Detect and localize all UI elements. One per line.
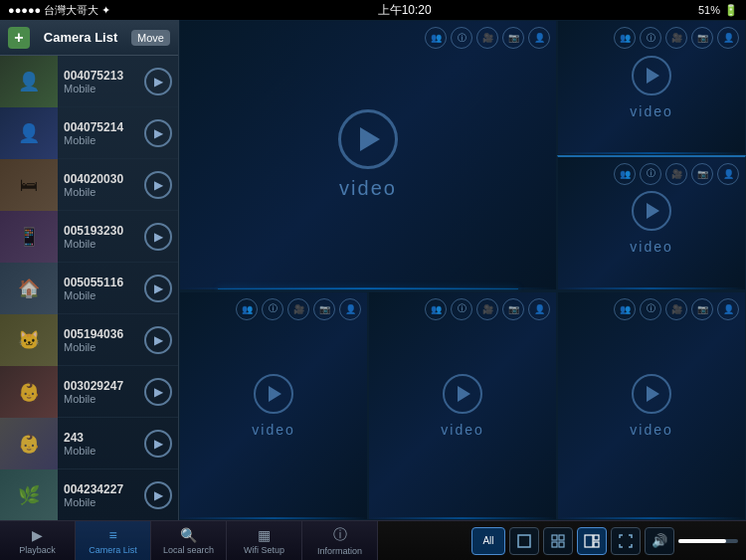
cell-icon-bm-5[interactable]: 👤 [528,298,550,320]
play-icon-bm [443,374,482,414]
camera-play-button[interactable]: ▶ [144,326,172,354]
cell-icon-br-2[interactable]: ⓘ [640,298,661,320]
cell-icon-record[interactable]: 🎥 [476,27,498,49]
camera-play-button[interactable]: ▶ [144,481,172,509]
svg-rect-5 [585,535,593,547]
cell-icon-bl-1[interactable]: 👥 [236,298,258,320]
all-view-button[interactable]: All [471,527,505,555]
camera-play-button[interactable]: ▶ [144,119,172,147]
svg-rect-2 [559,535,564,540]
camera-item[interactable]: 👶 003029247 Mobile ▶ [0,366,178,418]
cell-icon-tr-users[interactable]: 👥 [614,27,636,49]
cell-icon-bl-3[interactable]: 🎥 [287,298,309,320]
four-view-button[interactable] [543,527,573,555]
nav-wifi-setup[interactable]: ▦ Wifi Setup [227,521,302,560]
cell-icon-br-1[interactable]: 👥 [614,298,636,320]
cell-icon-bm-2[interactable]: ⓘ [451,298,472,320]
camera-play-button[interactable]: ▶ [144,171,172,199]
nav-playback[interactable]: ▶ Playback [0,521,76,560]
cell-icon-bl-2[interactable]: ⓘ [262,298,283,320]
camera-item[interactable]: 🛏 004020030 Mobile ▶ [0,159,178,211]
camera-item[interactable]: 👤 004075214 Mobile ▶ [0,107,178,159]
thumb-icon: 👤 [18,122,40,144]
nav-information[interactable]: ⓘ Information [302,521,378,560]
move-button[interactable]: Move [131,30,170,46]
cell-icon-mr-rec[interactable]: 🎥 [665,163,687,185]
cell-icon-br-3[interactable]: 🎥 [665,298,687,320]
camera-type: Mobile [64,186,138,198]
six-view-button[interactable] [577,527,607,555]
cell-icons-bl: 👥 ⓘ 🎥 📷 👤 [236,298,361,320]
cell-icon-camera[interactable]: 📷 [502,27,524,49]
status-carrier: ●●●●● 台灣大哥大 ✦ [8,3,110,18]
video-cell-mr[interactable]: 👥 ⓘ 🎥 📷 👤 video [557,155,746,290]
camera-play-button[interactable]: ▶ [144,68,172,95]
sidebar-header: + Camera List Move [0,20,178,56]
thumb-icon: 📱 [18,226,40,248]
camera-type: Mobile [64,393,138,405]
video-cell-main[interactable]: 👥 ⓘ 🎥 📷 👤 video [179,20,557,290]
svg-rect-1 [552,535,557,540]
camera-info: 005193230 Mobile [58,224,144,250]
play-icon-br [632,374,671,414]
camera-item[interactable]: 📱 005193230 Mobile ▶ [0,211,178,263]
nav-wifi-setup-label: Wifi Setup [244,545,284,555]
camera-id: 004234227 [64,482,138,496]
cell-icons-main: 👥 ⓘ 🎥 📷 👤 [425,27,550,49]
nav-playback-label: Playback [19,545,56,555]
camera-item[interactable]: 👤 004075213 Mobile ▶ [0,56,178,107]
cell-icon-info[interactable]: ⓘ [451,27,472,49]
camera-play-button[interactable]: ▶ [144,378,172,406]
cell-icon-br-4[interactable]: 📷 [691,298,713,320]
video-cell-bl[interactable]: 👥 ⓘ 🎥 📷 👤 video [179,291,368,520]
nav-camera-list[interactable]: ≡ Camera List [76,521,151,560]
camera-play-button[interactable]: ▶ [144,223,172,251]
cell-icon-bl-5[interactable]: 👤 [339,298,361,320]
cell-icon-mr-user[interactable]: 👤 [717,163,739,185]
volume-slider[interactable] [678,539,738,543]
camera-play-button[interactable]: ▶ [144,430,172,458]
nav-local-search-label: Local search [163,545,214,555]
volume-control[interactable] [678,539,738,543]
cell-icon-tr-cam[interactable]: 📷 [691,27,713,49]
bottom-video-section: 👥 ⓘ 🎥 📷 👤 video 👥 ⓘ 🎥 📷 👤 [179,290,746,520]
cell-icon-br-5[interactable]: 👤 [717,298,739,320]
camera-info: 004020030 Mobile [58,172,144,198]
camera-info: 005055116 Mobile [58,276,144,301]
cell-icon-bm-4[interactable]: 📷 [502,298,524,320]
cell-icon-tr-info[interactable]: ⓘ [640,27,661,49]
nav-local-search[interactable]: 🔍 Local search [151,521,227,560]
cell-icon-bm-1[interactable]: 👥 [425,298,447,320]
camera-thumb: 🐱 [0,314,58,366]
camera-thumb: 🌿 [0,469,58,521]
cell-icon-mr-info[interactable]: ⓘ [640,163,661,185]
camera-item[interactable]: 👶 243 Mobile ▶ [0,418,178,469]
cell-icon-bl-4[interactable]: 📷 [313,298,335,320]
camera-item[interactable]: 🐱 005194036 Mobile ▶ [0,314,178,366]
cell-icon-tr-user[interactable]: 👤 [717,27,739,49]
camera-id: 004075214 [64,120,138,134]
camera-item[interactable]: 🌿 004234227 Mobile ▶ [0,469,178,520]
camera-list[interactable]: 👤 004075213 Mobile ▶ 👤 004075214 Mobile … [0,56,178,520]
video-cell-bm[interactable]: 👥 ⓘ 🎥 📷 👤 video [368,291,557,520]
video-cell-br[interactable]: 👥 ⓘ 🎥 📷 👤 video [557,291,746,520]
fullscreen-button[interactable] [611,527,641,555]
thumb-icon: 👤 [18,71,40,93]
video-cell-tr[interactable]: 👥 ⓘ 🎥 📷 👤 video [557,20,746,155]
camera-item[interactable]: 🏠 005055116 Mobile ▶ [0,263,178,314]
cell-icons-br: 👥 ⓘ 🎥 📷 👤 [614,298,739,320]
thumb-icon: 🛏 [20,174,38,195]
single-view-button[interactable] [509,527,539,555]
camera-list-icon: ≡ [108,527,116,543]
cell-icon-mr-cam[interactable]: 📷 [691,163,713,185]
volume-button[interactable]: 🔊 [645,527,674,555]
cell-icon-users[interactable]: 👥 [425,27,447,49]
camera-play-button[interactable]: ▶ [144,275,172,302]
status-time: 上午10:20 [378,2,432,19]
add-camera-button[interactable]: + [8,27,30,49]
cell-icon-bm-3[interactable]: 🎥 [476,298,498,320]
cell-icon-user[interactable]: 👤 [528,27,550,49]
play-triangle-tr [647,68,659,84]
cell-icon-mr-users[interactable]: 👥 [614,163,636,185]
cell-icon-tr-rec[interactable]: 🎥 [665,27,687,49]
